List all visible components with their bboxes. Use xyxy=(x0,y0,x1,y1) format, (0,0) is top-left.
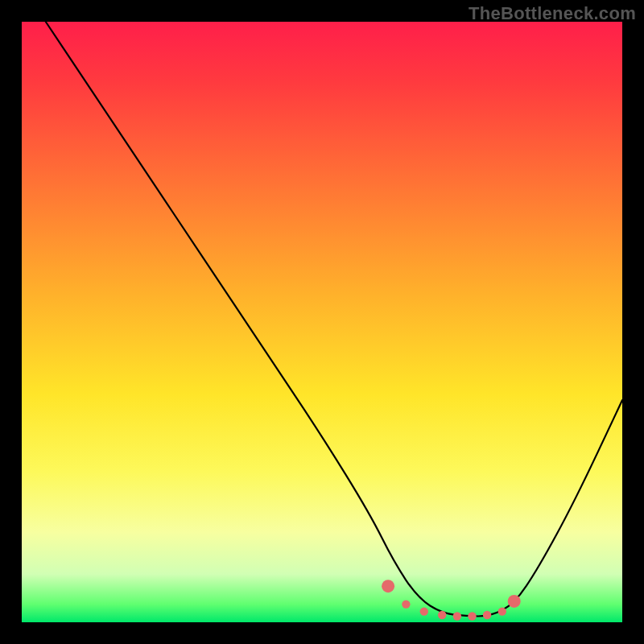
highlight-dot xyxy=(498,607,506,615)
highlight-dot xyxy=(402,600,410,608)
chart-frame: TheBottleneck.com xyxy=(0,0,644,644)
highlight-dot xyxy=(508,595,521,608)
highlight-dot xyxy=(453,612,461,620)
highlight-dot xyxy=(483,611,491,619)
plot-area xyxy=(22,22,622,622)
highlight-dot xyxy=(468,612,476,620)
highlight-dot xyxy=(382,580,394,592)
highlight-dot xyxy=(420,607,428,615)
highlight-dot xyxy=(438,611,446,619)
chart-svg xyxy=(22,22,622,622)
bottleneck-curve xyxy=(46,22,622,617)
